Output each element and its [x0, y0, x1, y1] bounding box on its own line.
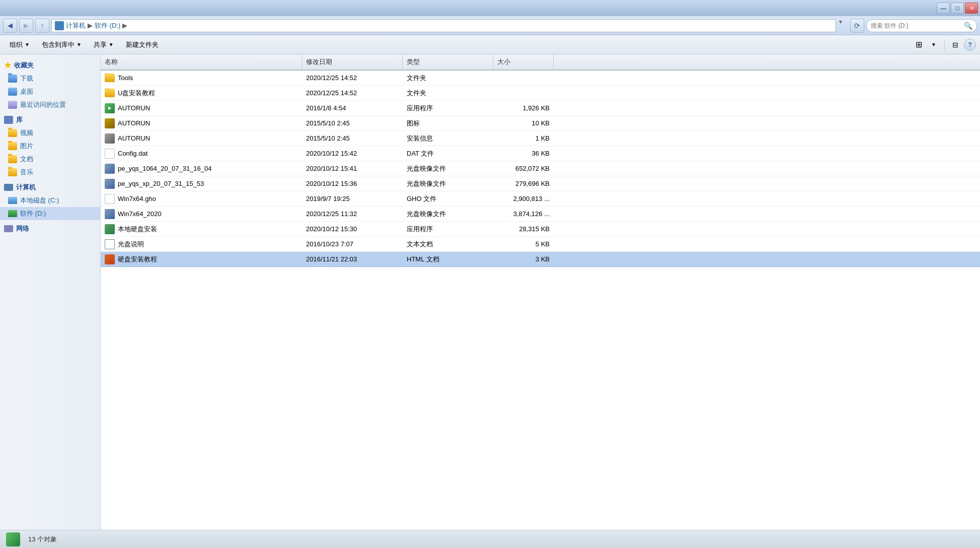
- file-name-cell: Tools: [101, 74, 302, 82]
- up-button[interactable]: ↑: [35, 19, 49, 33]
- file-size-cell: 2,900,813 ...: [493, 195, 554, 202]
- file-size-cell: 652,072 KB: [493, 165, 554, 172]
- sidebar-item-recent[interactable]: 最近访问的位置: [0, 98, 100, 111]
- file-size-cell: 279,696 KB: [493, 180, 554, 187]
- doc-icon: [8, 155, 17, 163]
- file-size-cell: 5 KB: [493, 240, 554, 248]
- include-library-button[interactable]: 包含到库中 ▼: [36, 38, 87, 52]
- table-row[interactable]: 硬盘安装教程 2016/11/21 22:03 HTML 文档 3 KB: [101, 252, 980, 267]
- desktop-icon: [8, 88, 17, 96]
- folder-icon: [105, 89, 115, 97]
- preview-pane-button[interactable]: ⊟: [949, 39, 962, 51]
- file-name-cell: 本地硬盘安装: [101, 224, 302, 234]
- minimize-button[interactable]: —: [937, 3, 950, 14]
- table-row[interactable]: Win7x64_2020 2020/12/25 11:32 光盘映像文件 3,8…: [101, 207, 980, 222]
- iso-icon: [105, 179, 115, 189]
- table-row[interactable]: Config.dat 2020/10/12 15:42 DAT 文件 36 KB: [101, 146, 980, 161]
- file-type-cell: 文件夹: [403, 89, 493, 98]
- file-type-cell: 安装信息: [403, 134, 493, 143]
- refresh-button[interactable]: ⟳: [850, 19, 864, 33]
- sidebar-item-desktop[interactable]: 桌面: [0, 85, 100, 98]
- folder-icon: [105, 74, 115, 82]
- table-row[interactable]: 本地硬盘安装 2020/10/12 15:30 应用程序 28,315 KB: [101, 222, 980, 237]
- new-folder-button[interactable]: 新建文件夹: [120, 38, 164, 52]
- table-row[interactable]: Win7x64.gho 2019/9/7 19:25 GHO 文件 2,900,…: [101, 191, 980, 207]
- dat-icon: [105, 149, 115, 159]
- file-modified-cell: 2020/12/25 14:52: [302, 74, 403, 82]
- col-name[interactable]: 名称: [101, 54, 302, 70]
- file-type-cell: 图标: [403, 119, 493, 128]
- table-row[interactable]: pe_yqs_xp_20_07_31_15_53 2020/10/12 15:3…: [101, 176, 980, 191]
- computer-icon: [4, 184, 13, 191]
- col-modified[interactable]: 修改日期: [302, 54, 403, 70]
- breadcrumb-computer[interactable]: 计算机: [66, 21, 86, 30]
- forward-button[interactable]: ▶: [19, 19, 33, 33]
- html-icon: [105, 254, 115, 264]
- sidebar-section-favorites: ★ 收藏夹 下载 桌面 最近访问的位置: [0, 58, 100, 111]
- download-icon: [8, 75, 17, 83]
- sidebar-item-picture[interactable]: 图片: [0, 140, 100, 153]
- file-type-cell: 光盘映像文件: [403, 164, 493, 173]
- share-button[interactable]: 共享 ▼: [88, 38, 119, 52]
- file-list[interactable]: Tools 2020/12/25 14:52 文件夹 U盘安装教程 2020/1…: [101, 71, 980, 530]
- file-name-cell: pe_yqs_xp_20_07_31_15_53: [101, 179, 302, 189]
- file-name-cell: Win7x64_2020: [101, 209, 302, 219]
- table-row[interactable]: AUTORUN 2015/5/10 2:45 图标 10 KB: [101, 116, 980, 131]
- sidebar-favorites-header[interactable]: ★ 收藏夹: [0, 58, 100, 72]
- breadcrumb-drive[interactable]: 软件 (D:): [95, 21, 120, 30]
- back-button[interactable]: ◀: [3, 19, 17, 33]
- iso-icon: [105, 164, 115, 174]
- sidebar-item-disk-c[interactable]: 本地磁盘 (C:): [0, 194, 100, 207]
- sidebar-section-computer: 计算机 本地磁盘 (C:) 软件 (D:): [0, 181, 100, 220]
- sidebar-item-disk-d[interactable]: 软件 (D:): [0, 207, 100, 220]
- toolbar-separator: [944, 39, 945, 50]
- sidebar-computer-header[interactable]: 计算机: [0, 181, 100, 194]
- title-bar: — □ ✕: [0, 0, 980, 16]
- file-modified-cell: 2016/10/23 7:07: [302, 240, 403, 248]
- status-app-icon: [6, 532, 20, 546]
- view-toggle-button[interactable]: ⊞: [912, 39, 925, 51]
- file-size-cell: 28,315 KB: [493, 225, 554, 233]
- status-count: 13 个对象: [28, 535, 57, 544]
- address-bar: ◀ ▶ ↑ 计算机 ▶ 软件 (D:) ▶ ▼ ⟳ 🔍: [0, 16, 980, 35]
- table-row[interactable]: ▶ AUTORUN 2016/1/8 4:54 应用程序 1,926 KB: [101, 101, 980, 116]
- sidebar-network-header[interactable]: 网络: [0, 222, 100, 235]
- sidebar-item-music[interactable]: 音乐: [0, 166, 100, 179]
- search-input[interactable]: [871, 22, 962, 29]
- sidebar-library-header[interactable]: 库: [0, 113, 100, 126]
- table-row[interactable]: pe_yqs_1064_20_07_31_16_04 2020/10/12 15…: [101, 161, 980, 176]
- file-name-cell: Win7x64.gho: [101, 194, 302, 204]
- organize-button[interactable]: 组织 ▼: [4, 38, 35, 52]
- sidebar-item-download[interactable]: 下载: [0, 72, 100, 85]
- toolbar: 组织 ▼ 包含到库中 ▼ 共享 ▼ 新建文件夹 ⊞ ▼ ⊟ ?: [0, 35, 980, 54]
- table-row[interactable]: 光盘说明 2016/10/23 7:07 文本文档 5 KB: [101, 237, 980, 252]
- file-size-cell: 36 KB: [493, 150, 554, 157]
- file-modified-cell: 2015/5/10 2:45: [302, 134, 403, 142]
- file-type-cell: 光盘映像文件: [403, 179, 493, 188]
- disk-c-icon: [8, 197, 17, 204]
- col-type[interactable]: 类型: [403, 54, 493, 70]
- col-size[interactable]: 大小: [493, 54, 554, 70]
- sidebar-item-video[interactable]: 视频: [0, 126, 100, 140]
- file-type-cell: DAT 文件: [403, 149, 493, 158]
- sidebar-section-network: 网络: [0, 222, 100, 235]
- search-box[interactable]: 🔍: [866, 19, 977, 32]
- view-dropdown-button[interactable]: ▼: [927, 39, 940, 51]
- sidebar-item-doc[interactable]: 文档: [0, 153, 100, 166]
- file-modified-cell: 2019/9/7 19:25: [302, 195, 403, 202]
- address-dropdown-button[interactable]: ▼: [838, 19, 848, 32]
- file-size-cell: 1 KB: [493, 134, 554, 142]
- file-modified-cell: 2015/5/10 2:45: [302, 119, 403, 127]
- status-bar: 13 个对象: [0, 530, 980, 548]
- close-button[interactable]: ✕: [965, 3, 978, 14]
- table-row[interactable]: U盘安装教程 2020/12/25 14:52 文件夹: [101, 86, 980, 101]
- breadcrumb[interactable]: 计算机 ▶ 软件 (D:) ▶: [51, 19, 836, 32]
- table-row[interactable]: Tools 2020/12/25 14:52 文件夹: [101, 71, 980, 86]
- file-size-cell: 1,926 KB: [493, 104, 554, 112]
- file-modified-cell: 2020/12/25 11:32: [302, 210, 403, 218]
- table-row[interactable]: AUTORUN 2015/5/10 2:45 安装信息 1 KB: [101, 131, 980, 146]
- help-button[interactable]: ?: [964, 39, 976, 51]
- picture-icon: [8, 142, 17, 150]
- maximize-button[interactable]: □: [951, 3, 964, 14]
- file-name-cell: pe_yqs_1064_20_07_31_16_04: [101, 164, 302, 174]
